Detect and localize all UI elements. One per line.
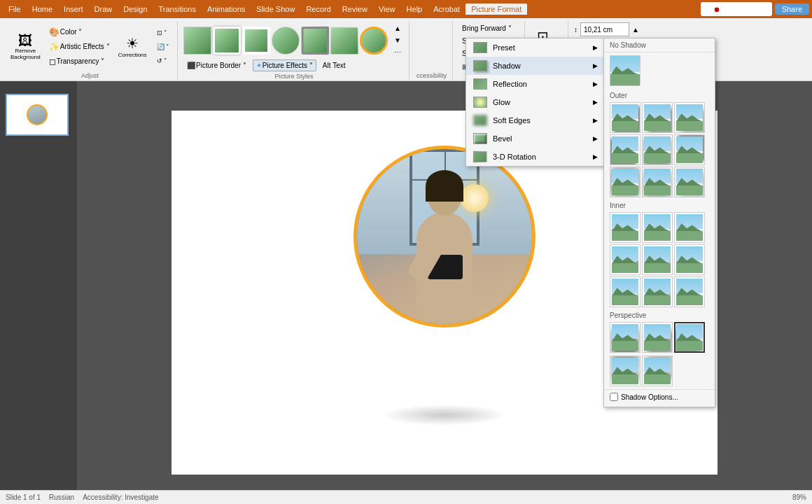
picture-styles-group: ▲ ▼ ⋯ ⬛ Picture Border ˅ ✦ Picture Effec… <box>179 21 410 80</box>
no-shadow-option[interactable] <box>610 55 640 86</box>
effects-soft-edges-item[interactable]: Soft Edges ▶ <box>466 111 605 130</box>
shadow-options-button[interactable]: Shadow Options... <box>604 389 715 404</box>
artistic-effects-button[interactable]: ✨ Artistic Effects ˅ <box>46 40 113 54</box>
width-stepper-up[interactable]: ▲ <box>632 26 639 34</box>
style-1[interactable] <box>183 27 211 55</box>
style-5[interactable] <box>302 26 329 55</box>
color-split-button[interactable]: 🎨 Color ˅ <box>46 25 113 39</box>
style-4[interactable] <box>272 27 300 55</box>
menu-transitions[interactable]: Transitions <box>153 4 202 15</box>
perspective-shadow-1[interactable] <box>610 322 640 353</box>
shadow-submenu: No Shadow Outer <box>603 38 715 407</box>
menu-draw[interactable]: Draw <box>89 4 118 15</box>
inner-shadow-4[interactable] <box>610 244 640 275</box>
effects-3d-rotation-item[interactable]: 3-D Rotation ▶ <box>466 148 605 166</box>
style-expand-btn[interactable]: ⋯ <box>391 46 405 58</box>
outer-shadow-1[interactable] <box>610 102 640 133</box>
outer-shadow-3[interactable] <box>674 102 705 133</box>
picture-border-button[interactable]: ⬛ Picture Border ˅ <box>183 59 250 71</box>
menu-home[interactable]: Home <box>27 4 58 15</box>
menu-review[interactable]: Review <box>337 4 373 15</box>
effects-shadow-item[interactable]: Shadow ▶ <box>466 57 605 75</box>
perspective-shadow-grid-2 <box>604 354 715 388</box>
style-3[interactable] <box>242 27 270 55</box>
preset-arrow: ▶ <box>593 44 598 51</box>
width-input[interactable] <box>580 22 629 36</box>
shadow-ellipse <box>382 405 507 426</box>
style-down-btn[interactable]: ▼ <box>391 34 405 46</box>
menu-help[interactable]: Help <box>401 4 428 15</box>
share-button[interactable]: Share <box>775 4 809 15</box>
width-icon: ↕ <box>574 26 578 34</box>
remove-background-button[interactable]: 🖼 RemoveBackground <box>7 22 44 71</box>
outer-shadow-7[interactable] <box>610 167 640 197</box>
menu-file[interactable]: File <box>3 4 27 15</box>
perspective-shadow-5[interactable] <box>642 356 673 386</box>
menu-view[interactable]: View <box>373 4 401 15</box>
outer-shadow-4[interactable] <box>610 134 640 165</box>
outer-shadow-5[interactable] <box>642 134 673 165</box>
shadow-icon <box>473 60 487 71</box>
perspective-shadow-4[interactable] <box>610 356 640 386</box>
adjust-label: Adjust <box>7 71 173 79</box>
slide-1-thumbnail[interactable] <box>6 94 69 136</box>
glow-icon <box>473 97 487 108</box>
inner-shadow-5[interactable] <box>642 244 673 275</box>
shadow-label: Shadow <box>493 62 521 70</box>
shadow-options-checkbox[interactable] <box>610 393 618 401</box>
bring-forward-button[interactable]: Bring Forward ˅ <box>458 22 520 34</box>
effects-preset-item[interactable]: Preset ▶ <box>466 38 605 57</box>
outer-shadow-9[interactable] <box>674 167 705 197</box>
bevel-arrow: ▶ <box>593 135 598 142</box>
outer-shadow-8[interactable] <box>642 167 673 197</box>
transparency-button[interactable]: ◻ Transparency ˅ <box>46 55 113 69</box>
effects-reflection-item[interactable]: Reflection ▶ <box>466 75 605 93</box>
perspective-shadow-3[interactable] <box>674 322 705 353</box>
inner-shadow-grid <box>604 211 715 309</box>
style-7[interactable] <box>360 27 388 55</box>
picture-styles-label: Picture Styles <box>183 71 405 80</box>
inner-shadow-3[interactable] <box>674 212 705 243</box>
style-6[interactable] <box>330 27 359 54</box>
menu-slideshow[interactable]: Slide Show <box>251 4 300 15</box>
3d-rotation-icon <box>473 151 487 162</box>
accessibility-group: ccessibility <box>411 21 453 80</box>
inner-shadow-2[interactable] <box>642 212 673 243</box>
style-2[interactable] <box>213 27 241 55</box>
effects-bevel-item[interactable]: Bevel ▶ <box>466 130 605 148</box>
inner-shadow-7[interactable] <box>610 276 640 307</box>
menu-insert[interactable]: Insert <box>58 4 89 15</box>
color-label: Color ˅ <box>60 28 83 36</box>
menu-design[interactable]: Design <box>118 4 153 15</box>
alt-text-button[interactable]: Alt Text <box>319 59 349 71</box>
inner-shadow-9[interactable] <box>674 276 705 307</box>
inner-shadow-6[interactable] <box>674 244 705 275</box>
menu-picture-format[interactable]: Picture Format <box>465 4 527 15</box>
shadow-options-label: Shadow Options... <box>621 393 678 401</box>
shadow-arrow: ▶ <box>593 62 598 69</box>
menu-acrobat[interactable]: Acrobat <box>428 4 465 15</box>
soft-edges-label: Soft Edges <box>493 116 531 125</box>
compress-pictures-button[interactable]: ⊡ ˅ <box>153 27 174 38</box>
style-up-btn[interactable]: ▲ <box>391 22 405 34</box>
no-shadow-label: No Shadow <box>604 38 715 52</box>
picture-effects-button[interactable]: ✦ Picture Effects ˅ <box>253 59 316 71</box>
inner-shadow-8[interactable] <box>642 276 673 307</box>
menu-animations[interactable]: Animations <box>202 4 251 15</box>
change-picture-button[interactable]: 🔄 ˅ <box>153 41 174 52</box>
menu-record[interactable]: Record <box>300 4 336 15</box>
outer-shadow-2[interactable] <box>642 102 673 133</box>
reflection-label: Reflection <box>493 80 527 88</box>
effects-glow-item[interactable]: Glow ▶ <box>466 93 605 111</box>
glow-arrow: ▶ <box>593 99 598 106</box>
record-button[interactable]: ⏺ Record <box>701 2 771 16</box>
person-image[interactable] <box>354 146 536 328</box>
perspective-shadow-2[interactable] <box>642 322 673 353</box>
perspective-shadow-grid <box>604 321 715 354</box>
reset-picture-button[interactable]: ↺ ˅ <box>153 55 174 66</box>
outer-shadow-grid <box>604 101 715 199</box>
3d-rotation-label: 3-D Rotation <box>493 153 536 161</box>
inner-shadow-1[interactable] <box>610 212 640 243</box>
outer-shadow-6[interactable] <box>674 134 705 165</box>
corrections-button[interactable]: ☀ Corrections <box>115 22 150 71</box>
